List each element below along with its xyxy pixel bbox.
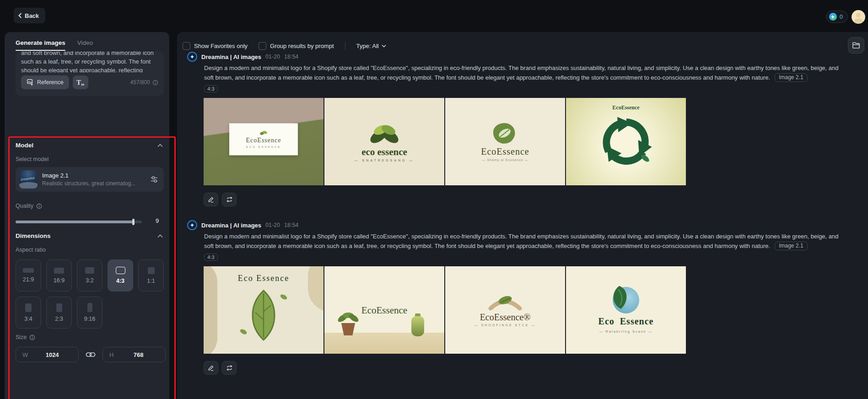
globe-icon	[613, 287, 639, 313]
add-image-icon	[27, 79, 34, 86]
favorites-checkbox[interactable]	[183, 42, 190, 50]
tab-generate-images[interactable]: Generate images	[16, 39, 65, 51]
toolbar-divider	[345, 42, 345, 50]
back-button[interactable]: Back	[14, 8, 45, 23]
ratio-3-2[interactable]: 3:2	[77, 259, 102, 291]
generated-image-8[interactable]: Eco Essence — Ratabrting Scash —	[566, 266, 686, 354]
ratio-4-3-selected[interactable]: 4:3	[108, 259, 133, 291]
generated-image-1[interactable]: EcoEssence ECO ESSENCE	[204, 98, 323, 185]
ratio-shape	[56, 303, 62, 312]
logo-card: EcoEssence ECO ESSENCE	[229, 123, 298, 155]
quality-label-row: Quality	[16, 203, 42, 209]
pen-icon	[207, 364, 215, 372]
model-thumb-text: Dreamina	[21, 176, 35, 181]
entry-model-badge: Image 2.1	[775, 242, 807, 250]
group-by-prompt-checkbox-item[interactable]: Group results by prompt	[259, 42, 334, 50]
ratio-9-16[interactable]: 9:16	[77, 297, 102, 329]
regenerate-button[interactable]	[222, 193, 237, 206]
chevron-up-icon	[157, 234, 163, 238]
generated-image-row: Eco Essence EcoEssence	[204, 266, 861, 354]
entry-model-badge: Image 2.1	[775, 73, 807, 82]
info-icon[interactable]	[152, 80, 158, 86]
model-card[interactable]: Dreamina Image 2.1 Realistic structures,…	[16, 167, 164, 192]
size-info-icon[interactable]	[29, 334, 35, 340]
logo-title: EcoEssence	[481, 146, 529, 157]
tab-video[interactable]: Video	[77, 39, 93, 51]
generated-image-3[interactable]: EcoEssence — Shamy al Ecosence —	[445, 98, 565, 185]
model-settings-icon[interactable]	[150, 175, 158, 183]
group-checkbox[interactable]	[259, 42, 266, 50]
link-dimensions-button[interactable]	[86, 350, 96, 359]
asset-panel-button[interactable]	[848, 37, 864, 54]
ratio-shape	[85, 267, 94, 274]
logo-title: Eco Essence	[204, 274, 323, 283]
generated-image-7[interactable]: EcoEssence® — SHOOFINGE ETCE —	[445, 266, 565, 354]
quality-info-icon[interactable]	[36, 203, 42, 209]
entry-source: Dreamina | AI images	[201, 54, 261, 60]
logo-subtitle-text: Ratabrting Scash	[605, 329, 647, 334]
generated-image-4[interactable]: EcoEssence	[566, 98, 686, 185]
credits-pill[interactable]: 0	[826, 11, 848, 23]
ratio-shape	[148, 267, 155, 274]
ratio-label: 9:16	[84, 316, 95, 322]
model-collapse-chevron[interactable]	[156, 142, 164, 149]
height-field[interactable]: H 768	[102, 347, 166, 362]
char-counter: 457/800	[130, 79, 150, 86]
ratio-label: 2:3	[55, 316, 63, 322]
width-value: 1024	[46, 351, 59, 358]
entry-date: 01-20	[265, 54, 280, 60]
logo-title: EcoEssence®	[480, 312, 531, 323]
generated-image-5[interactable]: Eco Essence	[204, 266, 323, 354]
ratio-shape	[87, 303, 92, 312]
width-label: W	[22, 351, 28, 358]
char-counter-wrap: 457/800	[130, 79, 158, 86]
entry-date: 01-20	[265, 222, 280, 228]
ratio-label: 1:1	[147, 278, 155, 284]
type-filter-dropdown[interactable]: Type: All	[356, 43, 386, 49]
avatar-head	[856, 13, 861, 17]
favorites-only-checkbox-item[interactable]: Show Favorites only	[183, 42, 248, 50]
dimensions-collapse-chevron[interactable]	[156, 232, 164, 240]
edit-button[interactable]	[204, 361, 218, 375]
regenerate-button[interactable]	[222, 361, 237, 375]
select-model-label: Select model	[16, 156, 49, 162]
generated-image-row: EcoEssence ECO ESSENCE eco essence — SNA…	[204, 98, 861, 185]
chevron-left-icon	[18, 13, 22, 18]
ratio-3-4[interactable]: 3:4	[16, 297, 41, 329]
model-thumb-cloud	[19, 182, 38, 189]
logo-subtitle-text: SNATREDSANG	[362, 159, 407, 162]
credits-coin-icon	[829, 13, 837, 21]
entry-prompt: Design a modern and minimalist logo for …	[204, 232, 861, 251]
quality-slider[interactable]	[16, 219, 142, 225]
favorites-label: Show Favorites only	[194, 43, 248, 49]
chevron-down-icon	[382, 44, 386, 48]
model-info: Image 2.1 Realistic structures, great ci…	[42, 172, 146, 187]
pot-decoration	[340, 323, 356, 335]
ratio-21-9[interactable]: 21:9	[16, 259, 41, 291]
edit-button[interactable]	[204, 193, 218, 206]
prompt-input[interactable]: and soft brown, and incorporate a memora…	[16, 51, 164, 96]
pen-icon	[207, 196, 215, 203]
text-style-button[interactable]: T„	[73, 75, 88, 89]
chevron-up-icon	[157, 144, 163, 147]
height-label: H	[109, 351, 113, 358]
ratio-label: 4:3	[116, 278, 124, 284]
generated-image-6[interactable]: EcoEssence	[324, 266, 444, 354]
refresh-icon	[226, 364, 233, 372]
dreamina-logo-icon	[187, 52, 197, 62]
ratio-16-9[interactable]: 16:9	[46, 259, 72, 291]
reference-button[interactable]: Reference	[21, 75, 69, 89]
prompt-text: and soft brown, and incorporate a memora…	[21, 51, 158, 72]
generated-image-2[interactable]: eco essence — SNATREDSANG —	[324, 98, 444, 185]
height-value: 768	[134, 351, 144, 358]
ratio-2-3[interactable]: 2:3	[46, 297, 72, 329]
avatar-body	[854, 18, 863, 24]
width-field[interactable]: W 1024	[16, 347, 79, 362]
logo-subtitle: — SNATREDSANG —	[355, 159, 415, 162]
entry-source: Dreamina | AI images	[201, 222, 261, 229]
leaf-blob-icon	[491, 122, 519, 145]
ratio-1-1[interactable]: 1:1	[138, 259, 164, 291]
entry-actions	[204, 193, 861, 206]
quality-slider-handle[interactable]	[132, 219, 135, 225]
avatar[interactable]	[852, 10, 865, 24]
